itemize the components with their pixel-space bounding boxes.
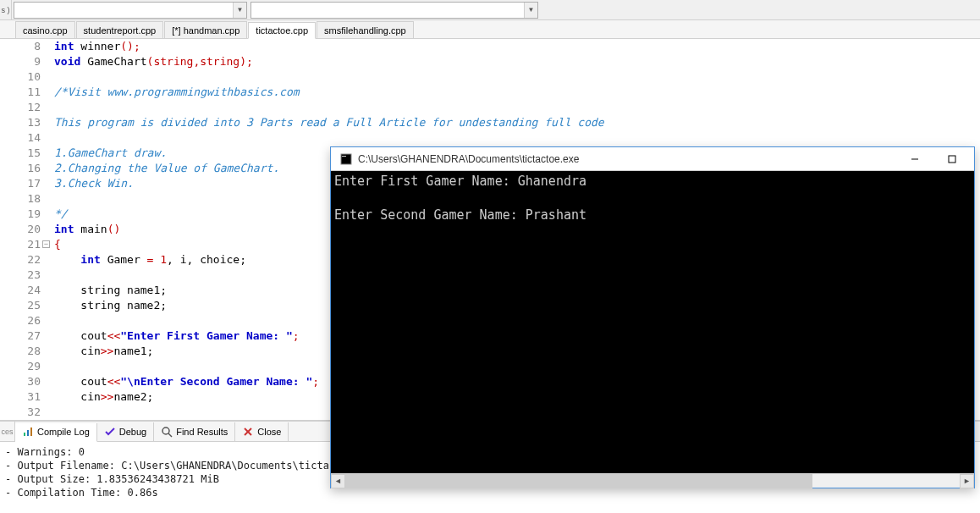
bottom-tab-stub[interactable]: ces <box>0 422 15 441</box>
line-number: 8 <box>0 39 41 54</box>
line-number: 27 <box>0 328 41 344</box>
line-number: 20 <box>0 222 41 237</box>
svg-rect-8 <box>342 156 346 157</box>
scope-combo[interactable]: ▼ <box>14 2 247 19</box>
line-number: 15 <box>0 146 41 161</box>
console-output: Enter First Gamer Name: Ghanendra Enter … <box>331 171 974 473</box>
line-number: 11 <box>0 85 41 100</box>
line-number: 23 <box>0 268 41 283</box>
line-number: 21 <box>0 237 41 252</box>
line-number: 16 <box>0 161 41 176</box>
symbol-combo[interactable]: ▼ <box>251 2 538 19</box>
tab-tictactoe-cpp[interactable]: tictactoe.cpp <box>248 22 316 39</box>
svg-rect-1 <box>27 430 29 436</box>
search-icon <box>161 426 173 438</box>
code-line[interactable] <box>54 69 980 85</box>
tab-smsfilehandling-cpp[interactable]: smsfilehandling.cpp <box>317 21 414 38</box>
maximize-button[interactable] <box>933 147 971 171</box>
bottom-tab-label: Close <box>257 427 281 437</box>
line-number: 10 <box>0 69 41 85</box>
code-line[interactable]: int winner(); <box>54 39 980 54</box>
tab-studentreport-cpp[interactable]: studentreport.cpp <box>76 21 164 38</box>
line-number: 31 <box>0 389 41 405</box>
svg-point-3 <box>162 428 169 434</box>
line-number: 29 <box>0 359 41 374</box>
file-tabbar: casino.cppstudentreport.cpp[*] handman.c… <box>0 20 980 39</box>
line-number: 17 <box>0 176 41 191</box>
line-number: 24 <box>0 283 41 298</box>
line-number: 25 <box>0 298 41 313</box>
svg-rect-7 <box>341 154 351 164</box>
svg-rect-10 <box>949 156 955 163</box>
toolbar-stub: s ) <box>0 0 12 19</box>
titlebar[interactable]: C:\Users\GHANENDRA\Documents\tictactoe.e… <box>331 147 974 171</box>
bottom-tab-find-results[interactable]: Find Results <box>154 422 235 441</box>
line-number: 13 <box>0 115 41 130</box>
tab-casino-cpp[interactable]: casino.cpp <box>15 21 75 38</box>
scroll-thumb[interactable] <box>345 474 812 488</box>
x-icon <box>242 426 254 438</box>
console-window[interactable]: C:\Users\GHANENDRA\Documents\tictactoe.e… <box>330 146 975 488</box>
chevron-down-icon: ▼ <box>233 3 246 18</box>
console-scrollbar[interactable]: ◄ ► <box>331 473 974 488</box>
code-line[interactable] <box>54 130 980 146</box>
chevron-down-icon: ▼ <box>524 3 537 18</box>
svg-rect-2 <box>30 428 32 436</box>
line-number: 28 <box>0 344 41 359</box>
code-line[interactable]: This program is divided into 3 Parts rea… <box>54 115 980 130</box>
code-line[interactable]: /*Visit www.programmingwithbasics.com <box>54 85 980 100</box>
line-number: 14 <box>0 130 41 146</box>
tab--handman-cpp[interactable]: [*] handman.cpp <box>164 21 247 38</box>
code-line[interactable]: void GameChart(string,string); <box>54 54 980 69</box>
bottom-tab-close[interactable]: Close <box>235 422 289 441</box>
toolbar: s ) ▼ ▼ <box>0 0 980 20</box>
line-number: 18 <box>0 191 41 207</box>
bottom-tab-label: Compile Log <box>37 427 90 437</box>
line-number: 22 <box>0 252 41 268</box>
app-icon <box>339 152 353 166</box>
minimize-button[interactable] <box>896 147 933 171</box>
scroll-left-icon[interactable]: ◄ <box>331 474 345 488</box>
svg-line-4 <box>168 433 172 437</box>
bottom-tab-debug[interactable]: Debug <box>97 422 154 441</box>
bottom-tab-label: Find Results <box>176 427 228 437</box>
console-title: C:\Users\GHANENDRA\Documents\tictactoe.e… <box>358 153 896 165</box>
fold-toggle[interactable]: − <box>42 240 50 248</box>
line-gutter: 8910111213141516171819202122232425262728… <box>0 39 47 420</box>
scroll-track[interactable] <box>345 474 960 488</box>
line-number: 12 <box>0 100 41 115</box>
chart-icon <box>22 426 34 438</box>
code-line[interactable] <box>54 100 980 115</box>
check-icon <box>104 426 116 438</box>
line-number: 26 <box>0 313 41 328</box>
line-number: 9 <box>0 54 41 69</box>
line-number: 32 <box>0 405 41 420</box>
bottom-tab-label: Debug <box>119 427 146 437</box>
scroll-right-icon[interactable]: ► <box>960 474 974 488</box>
svg-rect-0 <box>24 433 25 436</box>
line-number: 30 <box>0 374 41 389</box>
line-number: 19 <box>0 207 41 222</box>
bottom-tab-compile-log[interactable]: Compile Log <box>15 423 97 442</box>
